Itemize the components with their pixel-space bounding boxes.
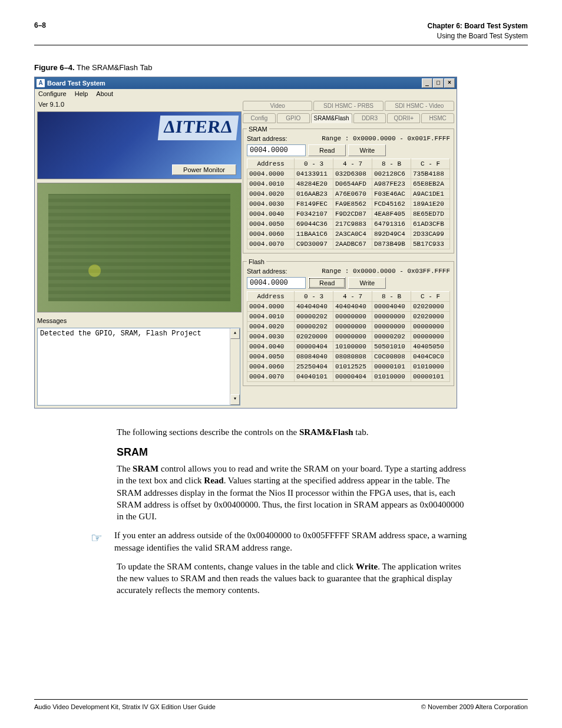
sram-cell[interactable]: 11BAA1C6 xyxy=(295,229,333,239)
flash-header[interactable]: 8 - B xyxy=(372,291,411,301)
scroll-down-icon[interactable]: ▾ xyxy=(230,394,240,405)
menu-about[interactable]: About xyxy=(96,90,113,97)
flash-write-button[interactable]: Write xyxy=(348,277,386,289)
flash-cell[interactable]: 0004.0050 xyxy=(247,351,295,361)
sram-cell[interactable]: 2D33CA99 xyxy=(411,229,450,239)
menu-help[interactable]: Help xyxy=(75,90,88,97)
flash-cell[interactable]: 00000202 xyxy=(295,321,333,331)
flash-cell[interactable]: 40404040 xyxy=(333,301,372,311)
sram-cell[interactable]: 0004.0060 xyxy=(247,229,295,239)
sram-cell[interactable]: A9AC1DE1 xyxy=(411,189,450,199)
tab-hsmc[interactable]: HSMC xyxy=(421,113,454,123)
flash-row[interactable]: 0004.00200000020200000000000000000000000… xyxy=(247,321,450,331)
flash-cell[interactable]: 0004.0010 xyxy=(247,311,295,321)
sram-read-button[interactable]: Read xyxy=(308,144,346,156)
sram-cell[interactable]: F0342107 xyxy=(295,209,333,219)
flash-cell[interactable]: 00000000 xyxy=(333,311,372,321)
tab-sdi-prbs[interactable]: SDI HSMC - PRBS xyxy=(313,101,383,111)
flash-row[interactable]: 0004.00100000020200000000000000000202000… xyxy=(247,311,450,321)
flash-cell[interactable]: 00004040 xyxy=(372,301,411,311)
flash-cell[interactable]: 01010000 xyxy=(411,361,450,371)
sram-cell[interactable]: 0004.0030 xyxy=(247,199,295,209)
tab-gpio[interactable]: GPIO xyxy=(277,113,310,123)
flash-cell[interactable]: 00000404 xyxy=(333,371,372,381)
sram-row[interactable]: 0004.001048284E20D0654AFDA987FE2365E8EB2… xyxy=(247,179,450,189)
flash-cell[interactable]: 00000101 xyxy=(411,371,450,381)
flash-cell[interactable]: 0004.0020 xyxy=(247,321,295,331)
power-monitor-button[interactable]: Power Monitor xyxy=(172,164,236,175)
sram-cell[interactable]: F8149FEC xyxy=(295,199,333,209)
sram-cell[interactable]: 2A3CA0C4 xyxy=(333,229,372,239)
flash-cell[interactable]: 01010000 xyxy=(372,371,411,381)
sram-row[interactable]: 0004.0040F0342107F9D2CD874EA8F4058E65ED7… xyxy=(247,209,450,219)
flash-cell[interactable]: 00000202 xyxy=(372,331,411,341)
sram-header[interactable]: Address xyxy=(247,159,295,169)
sram-cell[interactable]: FA9E8562 xyxy=(333,199,372,209)
flash-cell[interactable]: 25250404 xyxy=(295,361,333,371)
sram-row[interactable]: 0004.0030F8149FECFA9E8562FCD45162189A1E2… xyxy=(247,199,450,209)
flash-row[interactable]: 0004.00400000040410100000505010104040505… xyxy=(247,341,450,351)
sram-cell[interactable]: 0004.0020 xyxy=(247,189,295,199)
flash-row[interactable]: 0004.00500808404008080808C0C008080404C0C… xyxy=(247,351,450,361)
flash-address-input[interactable] xyxy=(247,277,306,289)
sram-table[interactable]: Address0 - 34 - 78 - BC - F 0004.0000041… xyxy=(247,159,450,249)
sram-cell[interactable]: 48284E20 xyxy=(295,179,333,189)
sram-cell[interactable]: 0004.0070 xyxy=(247,239,295,249)
flash-cell[interactable]: 02020000 xyxy=(411,301,450,311)
close-button[interactable]: × xyxy=(444,78,455,88)
messages-box[interactable]: Detected the GPIO, SRAM, Flash Project ▴… xyxy=(37,328,240,406)
sram-cell[interactable]: 2AADBC67 xyxy=(333,239,372,249)
flash-cell[interactable]: 40405050 xyxy=(411,341,450,351)
sram-cell[interactable]: 04133911 xyxy=(295,169,333,179)
sram-cell[interactable]: 65E8EB2A xyxy=(411,179,450,189)
flash-cell[interactable]: 04040101 xyxy=(295,371,333,381)
flash-cell[interactable]: 10100000 xyxy=(333,341,372,351)
sram-cell[interactable]: 0004.0000 xyxy=(247,169,295,179)
sram-address-input[interactable] xyxy=(247,144,306,156)
flash-cell[interactable]: 00000000 xyxy=(333,331,372,341)
titlebar[interactable]: A Board Test System _ □ × xyxy=(35,77,457,89)
sram-cell[interactable]: D0654AFD xyxy=(333,179,372,189)
tab-sramflash[interactable]: SRAM&Flash xyxy=(311,113,352,123)
flash-row[interactable]: 0004.00004040404040404040000040400202000… xyxy=(247,301,450,311)
flash-cell[interactable]: 0004.0070 xyxy=(247,371,295,381)
sram-cell[interactable]: 8E65ED7D xyxy=(411,209,450,219)
flash-header[interactable]: C - F xyxy=(411,291,450,301)
sram-header[interactable]: C - F xyxy=(411,159,450,169)
tab-ddr3[interactable]: DDR3 xyxy=(353,113,386,123)
flash-row[interactable]: 0004.00300202000000000000000002020000000… xyxy=(247,331,450,341)
flash-cell[interactable]: 00000000 xyxy=(411,331,450,341)
flash-table[interactable]: Address0 - 34 - 78 - BC - F 0004.0000404… xyxy=(247,291,450,382)
sram-cell[interactable]: 61AD3CFB xyxy=(411,219,450,229)
flash-cell[interactable]: 00000000 xyxy=(372,311,411,321)
flash-cell[interactable]: 0004.0040 xyxy=(247,341,295,351)
flash-header[interactable]: Address xyxy=(247,291,295,301)
flash-header[interactable]: 0 - 3 xyxy=(295,291,333,301)
minimize-button[interactable]: _ xyxy=(422,78,432,88)
flash-cell[interactable]: 0004.0030 xyxy=(247,331,295,341)
scroll-up-icon[interactable]: ▴ xyxy=(230,328,240,339)
sram-cell[interactable]: 4EA8F405 xyxy=(372,209,411,219)
flash-cell[interactable]: 00000101 xyxy=(372,361,411,371)
sram-cell[interactable]: A987FE23 xyxy=(372,179,411,189)
sram-row[interactable]: 0004.0020016AAB23A76E0670F03E46ACA9AC1DE… xyxy=(247,189,450,199)
flash-cell[interactable]: 0004.0000 xyxy=(247,301,295,311)
sram-cell[interactable]: 0004.0010 xyxy=(247,179,295,189)
flash-header[interactable]: 4 - 7 xyxy=(333,291,372,301)
sram-header[interactable]: 4 - 7 xyxy=(333,159,372,169)
flash-read-button[interactable]: Read xyxy=(308,277,346,289)
menu-configure[interactable]: Configure xyxy=(38,90,67,97)
flash-cell[interactable]: 0404C0C0 xyxy=(411,351,450,361)
tab-qdrii[interactable]: QDRII+ xyxy=(387,113,420,123)
sram-row[interactable]: 0004.000004133911032D6308002128C6735B418… xyxy=(247,169,450,179)
flash-cell[interactable]: 00000000 xyxy=(333,321,372,331)
sram-cell[interactable]: 64791316 xyxy=(372,219,411,229)
flash-cell[interactable]: 08080808 xyxy=(333,351,372,361)
sram-cell[interactable]: 002128C6 xyxy=(372,169,411,179)
flash-cell[interactable]: 00000202 xyxy=(295,311,333,321)
messages-scrollbar[interactable]: ▴ ▾ xyxy=(230,328,240,405)
sram-row[interactable]: 0004.005069044C36217C98836479131661AD3CF… xyxy=(247,219,450,229)
sram-write-button[interactable]: Write xyxy=(348,144,386,156)
maximize-button[interactable]: □ xyxy=(433,78,444,88)
sram-cell[interactable]: 0004.0050 xyxy=(247,219,295,229)
